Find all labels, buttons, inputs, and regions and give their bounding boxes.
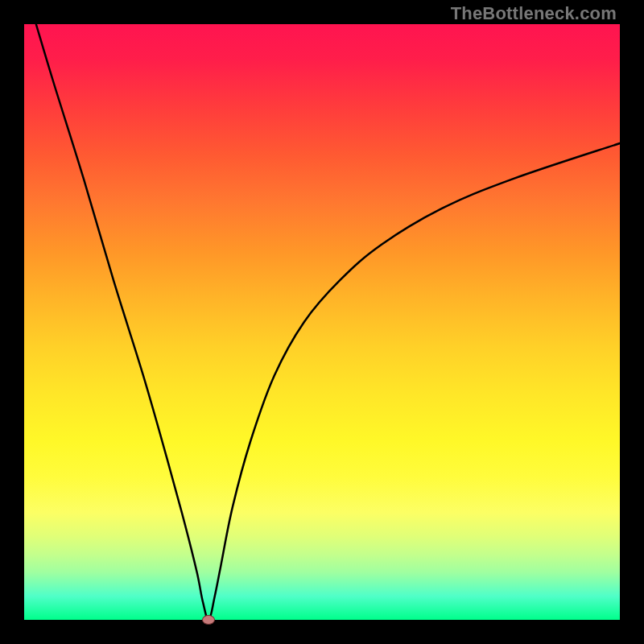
plot-area <box>24 24 620 620</box>
chart-frame: TheBottleneck.com <box>0 0 644 644</box>
watermark-text: TheBottleneck.com <box>451 3 617 24</box>
curve-path <box>36 24 620 620</box>
optimal-point-marker <box>202 615 215 625</box>
bottleneck-curve <box>24 24 620 620</box>
